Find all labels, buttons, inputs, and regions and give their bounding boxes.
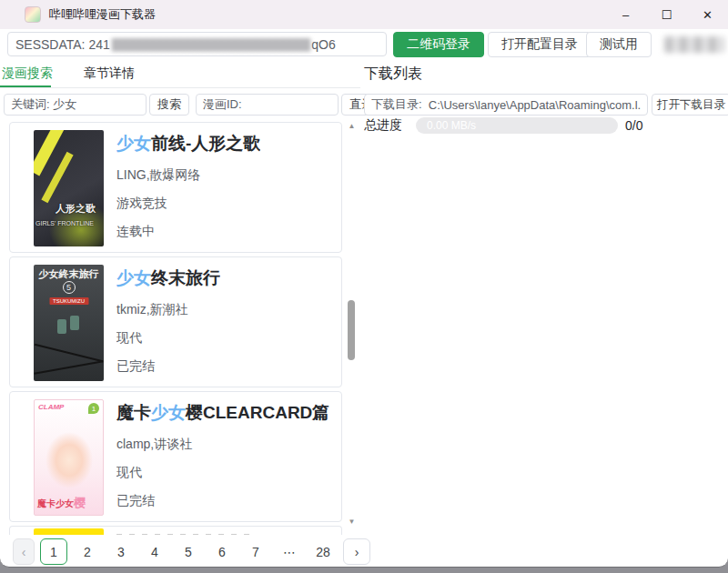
scroll-down-icon[interactable]: ▼ (348, 518, 356, 526)
manga-card[interactable]: CLAMP 1 魔卡少女樱 魔卡少女樱CLEARCARD篇 clamp,讲谈社 … (9, 391, 342, 522)
download-dir-path: C:\Users\lanye\AppData\Roaming\com.l. (429, 98, 641, 112)
manga-id-label: 漫画ID: (203, 96, 242, 113)
manga-genre: 现代 (116, 465, 329, 481)
page-button-2[interactable]: 2 (74, 538, 101, 565)
cover-text: 5 (63, 281, 76, 294)
page-more-icon[interactable]: ⋯ (276, 538, 303, 565)
app-title: 哔哩哔哩漫画下载器 (49, 6, 156, 23)
search-result-list: 人形之歌 GIRLS' FRONTLINE 少女前线-人形之歌 LING,散爆网… (0, 122, 360, 535)
cover-text: TSUKUMIZU (49, 297, 88, 305)
cover-text: CLAMP (38, 403, 64, 411)
scroll-up-icon[interactable]: ▲ (348, 122, 356, 130)
download-list-title: 下载列表 (364, 65, 422, 84)
page-button-7[interactable]: 7 (242, 538, 269, 565)
list-scrollbar[interactable]: ▲ ▼ (347, 122, 357, 533)
page-button-1[interactable]: 1 (40, 538, 67, 565)
maximize-button[interactable]: ☐ (646, 0, 687, 29)
title-bar: 哔哩哔哩漫画下载器 – ☐ ✕ (0, 0, 728, 29)
sessdata-masked: █████████████████████████████ (112, 38, 310, 51)
manga-author: LING,散爆网络 (116, 167, 260, 184)
scrollbar-thumb[interactable] (348, 300, 355, 360)
active-tab-underline (0, 85, 51, 87)
manga-status: 已完结 (116, 358, 220, 375)
sessdata-input[interactable]: SESSDATA: 241 ██████████████████████████… (7, 32, 387, 56)
page-button-6[interactable]: 6 (208, 538, 236, 565)
manga-cover-girls-last-tour: 少女終末旅行 5 TSUKUMIZU (34, 265, 104, 381)
progress-bar: 0.00 MB/s (416, 117, 618, 134)
username-masked (664, 36, 724, 53)
test-button[interactable]: 测试用 (586, 32, 652, 57)
sessdata-prefix: SESSDATA: 241 (15, 37, 110, 52)
progress-count: 0/0 (625, 118, 642, 133)
manga-title: 少女终末旅行 (116, 266, 220, 290)
pagination: ‹ 1 2 3 4 5 6 7 ⋯ 28 › (13, 538, 376, 565)
manga-genre: 游戏竞技 (116, 196, 260, 212)
manga-card-partial[interactable] (9, 526, 342, 535)
cover-text: 魔卡少女樱 (37, 495, 86, 511)
close-button[interactable]: ✕ (687, 0, 728, 29)
next-page-button[interactable]: › (343, 538, 370, 565)
manga-status: 已完结 (116, 493, 329, 509)
app-icon (25, 6, 41, 23)
progress-speed: 0.00 MB/s (427, 119, 476, 132)
total-progress-row: 总进度 0.00 MB/s 0/0 (364, 117, 642, 134)
tab-manga-search[interactable]: 漫画搜索 (2, 60, 53, 87)
cover-text: 1 (88, 403, 99, 414)
manga-title: 少女前线-人形之歌 (116, 132, 260, 156)
tab-chapter-detail[interactable]: 章节详情 (84, 60, 135, 87)
download-dir-label: 下载目录: (371, 96, 422, 113)
page-button-5[interactable]: 5 (175, 538, 202, 565)
manga-cover-cardcaptor-sakura: CLAMP 1 魔卡少女樱 (34, 399, 104, 516)
download-dir-input[interactable]: 下载目录: C:\Users\lanye\AppData\Roaming\com… (364, 94, 648, 116)
page-button-4[interactable]: 4 (141, 538, 168, 565)
manga-card[interactable]: 少女終末旅行 5 TSUKUMIZU 少女终末旅行 tkmiz,新潮社 现代 已… (9, 256, 342, 387)
cover-text: GIRLS' FRONTLINE (35, 220, 94, 226)
minimize-button[interactable]: – (605, 0, 646, 29)
app-window: 哔哩哔哩漫画下载器 – ☐ ✕ SESSDATA: 241 ██████████… (0, 0, 728, 568)
manga-status: 连载中 (116, 224, 260, 240)
window-controls: – ☐ ✕ (605, 0, 728, 29)
search-controls-row: 关键词: 少女 搜索 漫画ID: 直达 (4, 94, 381, 116)
manga-card[interactable]: 人形之歌 GIRLS' FRONTLINE 少女前线-人形之歌 LING,散爆网… (9, 122, 342, 253)
tab-bar: 漫画搜索 章节详情 (0, 60, 360, 88)
download-dir-row: 下载目录: C:\Users\lanye\AppData\Roaming\com… (364, 94, 728, 116)
progress-label: 总进度 (364, 117, 402, 134)
page-button-28[interactable]: 28 (309, 538, 337, 565)
cover-text: 人形之歌 (56, 202, 96, 216)
search-button[interactable]: 搜索 (149, 94, 189, 116)
manga-cover-girls-frontline: 人形之歌 GIRLS' FRONTLINE (34, 130, 104, 246)
open-download-dir-button[interactable]: 打开下载目录 (652, 94, 728, 116)
page-button-3[interactable]: 3 (107, 538, 135, 565)
cover-text: 少女終末旅行 (34, 267, 104, 281)
keyword-input[interactable]: 关键词: 少女 (4, 94, 147, 116)
manga-genre: 现代 (116, 330, 220, 347)
sessdata-suffix: qO6 (311, 37, 335, 52)
prev-page-button[interactable]: ‹ (13, 538, 35, 565)
toolbar: SESSDATA: 241 ██████████████████████████… (0, 29, 728, 60)
clipped-text (116, 534, 253, 535)
keyword-value: 少女 (53, 96, 76, 113)
keyword-label: 关键词: (11, 96, 50, 113)
open-config-dir-button[interactable]: 打开配置目录 (488, 32, 592, 57)
manga-title: 魔卡少女樱CLEARCARD篇 (116, 401, 329, 425)
manga-author: tkmiz,新潮社 (116, 302, 220, 318)
manga-author: clamp,讲谈社 (116, 437, 329, 453)
manga-id-input[interactable]: 漫画ID: (196, 94, 339, 116)
manga-cover-partial (34, 528, 104, 535)
qr-login-button[interactable]: 二维码登录 (393, 32, 484, 57)
